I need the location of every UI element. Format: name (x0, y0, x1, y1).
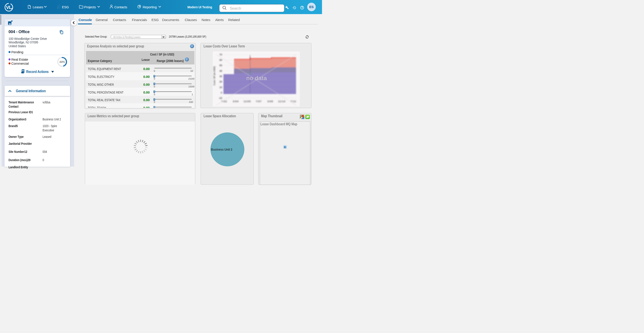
svg-text:11/05: 11/05 (244, 100, 251, 103)
svg-text:20: 20 (219, 80, 222, 83)
svg-text:11/10: 11/10 (278, 100, 285, 103)
svg-text:no data: no data (246, 75, 267, 81)
svg-text:0: 0 (220, 91, 222, 94)
svg-text:Cost / SF (in USD): Cost / SF (in USD) (213, 66, 216, 85)
svg-text:7/12: 7/12 (290, 100, 296, 103)
svg-text:40: 40 (219, 69, 222, 72)
svg-text:-10: -10 (218, 97, 222, 99)
svg-text:3/04: 3/04 (233, 100, 238, 103)
svg-text:10: 10 (219, 86, 222, 88)
svg-text:50: 50 (219, 64, 222, 67)
svg-text:44%: 44% (59, 60, 65, 63)
svg-text:60: 60 (219, 59, 222, 61)
svg-text:VL: VL (6, 5, 12, 10)
svg-text:30: 30 (219, 75, 222, 77)
svg-text:3/09: 3/09 (267, 100, 273, 103)
svg-text:70: 70 (219, 53, 222, 56)
svg-text:7/07: 7/07 (256, 100, 262, 103)
